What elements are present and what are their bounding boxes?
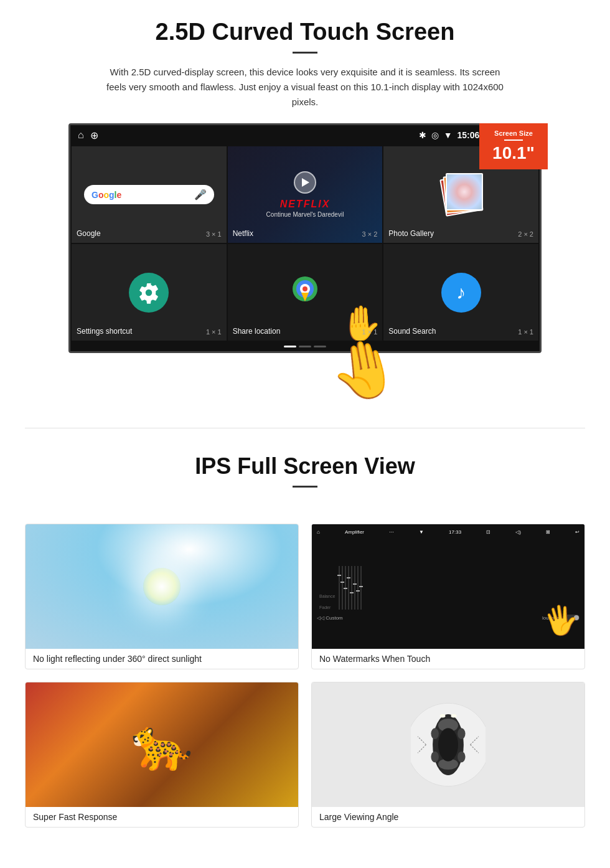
- settings-label: Settings shortcut: [77, 327, 132, 336]
- netflix-size: 3 × 2: [362, 230, 378, 238]
- eq-sliders: [339, 566, 577, 610]
- badge-label: Screen Size: [489, 130, 538, 137]
- screen-wrapper: Screen Size 10.1" ⌂ ⊕ ✱ ◎ ▼ 15:06 ⊡ ◁) ⊠: [68, 123, 542, 397]
- amplifier-caption: No Watermarks When Touch: [312, 649, 584, 669]
- slider-group-8: [360, 566, 362, 610]
- netflix-logo: NETFLIX: [266, 199, 344, 210]
- amp-screen: ⌂ Amplifier ⋯ ▼ 17:33 ⊡ ◁) ⊠ ↩ Balance F…: [312, 524, 584, 649]
- slider-track-6: [354, 566, 355, 610]
- slider-group-6: [354, 566, 355, 610]
- car-caption: Large Viewing Angle: [312, 807, 584, 827]
- large-hand-icon: ✋: [324, 332, 404, 408]
- music-note-icon: ♪: [456, 282, 466, 303]
- netflix-play-button[interactable]: [294, 171, 316, 194]
- svg-point-11: [458, 728, 465, 739]
- slider-group: [339, 566, 340, 610]
- dot-active: [284, 346, 296, 347]
- sound-search-widget[interactable]: ♪ Sound Search 1 × 1: [383, 244, 538, 341]
- section-curved: 2.5D Curved Touch Screen With 2.5D curve…: [0, 0, 610, 409]
- sunlight-rays: [26, 524, 298, 649]
- svg-point-3: [303, 286, 307, 291]
- amp-bottom-bar: ◁◁ Custom loudness: [317, 615, 580, 621]
- badge-size: 10.1": [489, 143, 538, 163]
- gallery-size: 2 × 2: [518, 230, 533, 238]
- gallery-widget-label: Photo Gallery 2 × 2: [388, 229, 533, 238]
- sound-icon-circle: ♪: [441, 273, 481, 313]
- slider-track-3: [345, 566, 346, 610]
- google-widget[interactable]: Google 🎤 Google 3 × 1: [72, 146, 227, 243]
- netflix-label: Netflix: [233, 229, 253, 238]
- google-widget-label: Google 3 × 1: [77, 229, 222, 238]
- slider-group-3: [345, 566, 346, 610]
- title-divider: [293, 52, 317, 54]
- eq-labels: Balance Fader: [319, 594, 335, 610]
- bluetooth-icon: ✱: [419, 130, 426, 140]
- settings-widget[interactable]: Settings shortcut 1 × 1: [72, 244, 227, 341]
- car-topview-svg: [411, 695, 486, 795]
- slider-thumb-3: [344, 588, 347, 589]
- wifi-icon: ▼: [444, 130, 453, 140]
- location-icon: ◎: [431, 130, 439, 140]
- slider-thumb: [337, 575, 341, 576]
- share-label: Share location: [233, 327, 281, 336]
- equalizer-bars: Balance Fader: [317, 537, 580, 612]
- status-left: ⌂ ⊕: [78, 130, 98, 141]
- amplifier-card: ⌂ Amplifier ⋯ ▼ 17:33 ⊡ ◁) ⊠ ↩ Balance F…: [311, 524, 585, 669]
- slider-track-5: [351, 566, 352, 610]
- slider-track-8: [360, 566, 362, 610]
- slider-group-2: [342, 566, 343, 610]
- section2-title: IPS Full Screen View: [37, 453, 573, 479]
- home-icon[interactable]: ⌂: [78, 130, 84, 141]
- flower-image: [447, 174, 482, 209]
- google-size: 3 × 1: [206, 230, 222, 238]
- car-card: Large Viewing Angle: [311, 682, 585, 828]
- gallery-label: Photo Gallery: [388, 229, 434, 238]
- slider-thumb-6: [353, 583, 357, 585]
- sunlight-card: No light reflecting under 360° direct su…: [25, 524, 299, 669]
- sun-glow: [143, 568, 181, 605]
- amp-back-icon: ↩: [575, 529, 580, 535]
- cheetah-caption: Super Fast Response: [26, 807, 298, 827]
- status-bar: ⌂ ⊕ ✱ ◎ ▼ 15:06 ⊡ ◁) ⊠ ▭: [70, 125, 540, 145]
- gear-icon: [138, 281, 160, 304]
- section-divider-line: [25, 428, 585, 428]
- svg-point-15: [451, 714, 456, 717]
- phone-screen: ⌂ ⊕ ✱ ◎ ▼ 15:06 ⊡ ◁) ⊠ ▭: [68, 123, 542, 353]
- google-logo: Google: [92, 190, 121, 200]
- sound-label: Sound Search: [388, 327, 436, 336]
- sunlight-image: [26, 524, 298, 649]
- svg-point-13: [458, 752, 465, 763]
- sound-size: 1 × 1: [518, 328, 533, 336]
- amp-home-icon: ⌂: [317, 529, 320, 535]
- section1-description: With 2.5D curved-display screen, this de…: [103, 65, 507, 110]
- google-search-bar[interactable]: Google 🎤: [84, 185, 214, 204]
- amp-cam-icon: ⊡: [486, 529, 490, 535]
- section1-title: 2.5D Curved Touch Screen: [37, 19, 573, 45]
- cheetah-icon: 🐆: [131, 715, 193, 774]
- amp-custom[interactable]: ◁◁ Custom: [317, 615, 343, 621]
- amp-topbar: ⌂ Amplifier ⋯ ▼ 17:33 ⊡ ◁) ⊠ ↩: [317, 529, 580, 535]
- svg-point-10: [431, 728, 438, 739]
- sunlight-caption: No light reflecting under 360° direct su…: [26, 649, 298, 669]
- amp-x-icon: ⊠: [546, 529, 550, 535]
- slider-group-7: [357, 566, 359, 610]
- eq-label-fader: Fader: [319, 605, 335, 610]
- touch-illustration: ✋: [68, 353, 542, 397]
- settings-size: 1 × 1: [206, 328, 222, 336]
- settings-widget-label: Settings shortcut 1 × 1: [77, 327, 222, 336]
- microphone-icon[interactable]: 🎤: [194, 189, 207, 200]
- photo-stack: [439, 173, 483, 217]
- share-location-widget[interactable]: 🤚 Share location 1 × 1: [228, 244, 383, 341]
- slider-track-4: [348, 566, 349, 610]
- netflix-subtitle: Continue Marvel's Daredevil: [266, 211, 344, 218]
- netflix-widget[interactable]: NETFLIX Continue Marvel's Daredevil Netf…: [228, 146, 383, 243]
- pagination-dots: [70, 342, 540, 351]
- slider-group-5: [351, 566, 352, 610]
- netflix-widget-label: Netflix 3 × 2: [233, 229, 378, 238]
- status-time: 15:06: [458, 130, 480, 140]
- amplifier-image: ⌂ Amplifier ⋯ ▼ 17:33 ⊡ ◁) ⊠ ↩ Balance F…: [312, 524, 584, 649]
- amp-wifi-icon: ▼: [419, 529, 424, 535]
- badge-line: [504, 139, 523, 141]
- amp-vol-icon: ◁): [515, 529, 521, 535]
- amp-menu-icon: ⋯: [389, 529, 394, 535]
